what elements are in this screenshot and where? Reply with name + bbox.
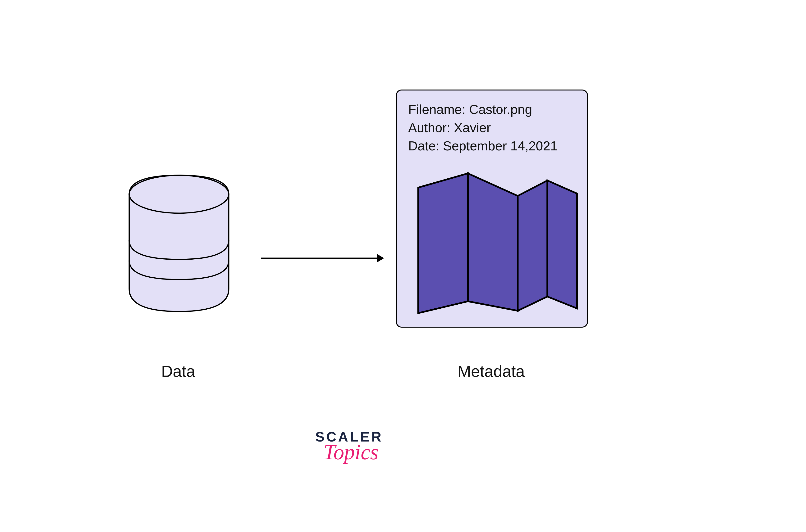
database-icon: [128, 174, 230, 315]
svg-marker-2: [377, 254, 384, 263]
svg-marker-6: [547, 180, 577, 308]
brand-logo: SCALER Topics: [315, 429, 383, 464]
filename-value: Castor.png: [469, 102, 532, 117]
arrow-icon: [261, 251, 384, 266]
date-label: Date:: [408, 138, 439, 153]
data-label: Data: [161, 362, 195, 380]
svg-marker-5: [518, 180, 547, 311]
svg-marker-4: [468, 173, 518, 311]
date-value: September 14,2021: [443, 138, 557, 153]
brand-topics-text: Topics: [319, 440, 383, 464]
metadata-filename: Filename: Castor.png: [408, 100, 575, 119]
metadata-date: Date: September 14,2021: [408, 137, 575, 155]
metadata-author: Author: Xavier: [408, 119, 575, 137]
metadata-label: Metadata: [458, 362, 525, 380]
svg-marker-3: [418, 173, 468, 313]
svg-point-0: [129, 175, 229, 213]
author-value: Xavier: [454, 120, 491, 135]
metadata-card: Filename: Castor.png Author: Xavier Date…: [396, 90, 588, 328]
filename-label: Filename:: [408, 102, 465, 117]
author-label: Author:: [408, 120, 450, 135]
diagram-canvas: Filename: Castor.png Author: Xavier Date…: [0, 0, 806, 532]
folded-map-icon: [416, 164, 579, 317]
